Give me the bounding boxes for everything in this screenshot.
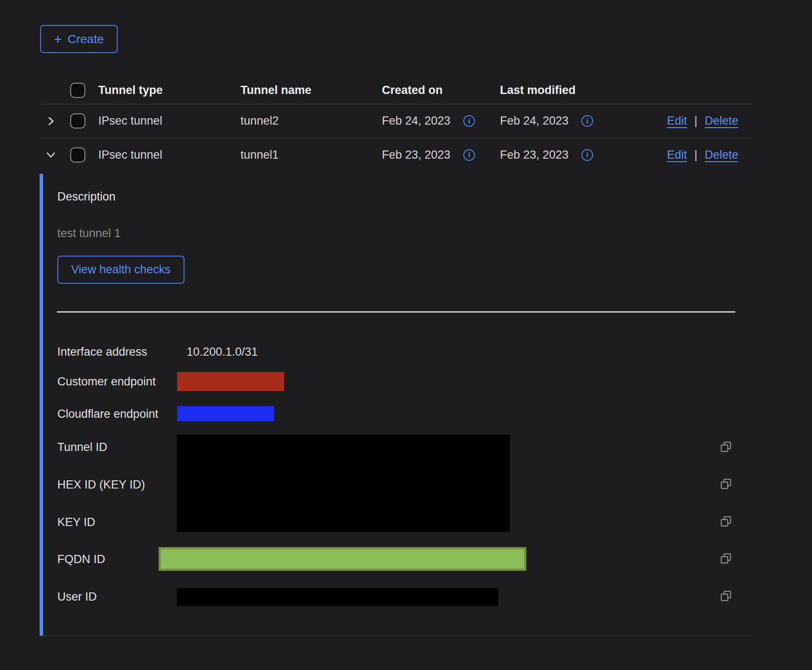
user-id-label: User ID — [57, 590, 97, 604]
delete-link[interactable]: Delete — [705, 114, 738, 128]
info-icon[interactable]: i — [581, 149, 593, 161]
delete-link[interactable]: Delete — [705, 148, 738, 162]
expanded-tunnel-panel: Description test tunnel 1 View health ch… — [40, 174, 752, 636]
hex-id-label: HEX ID (KEY ID) — [57, 478, 145, 492]
description-label: Description — [57, 190, 116, 204]
tunnel-name-cell: tunnel2 — [240, 114, 382, 128]
copy-hex-id-icon[interactable] — [720, 478, 732, 490]
customer-endpoint-label: Customer endpoint — [57, 375, 156, 389]
tunnels-table: Tunnel type Tunnel name Created on Last … — [40, 77, 752, 636]
select-row-checkbox[interactable] — [70, 113, 85, 128]
ids-redaction-block — [177, 435, 510, 532]
column-header-last-modified: Last modified — [500, 84, 642, 97]
tunnel-name-cell: tunnel1 — [240, 148, 382, 162]
select-row-checkbox[interactable] — [70, 147, 85, 163]
chevron-right-icon[interactable] — [45, 115, 57, 127]
created-on-value: Feb 24, 2023 — [382, 114, 450, 128]
copy-user-id-icon[interactable] — [720, 590, 732, 602]
tunnel-type-cell: IPsec tunnel — [98, 148, 240, 162]
table-header-row: Tunnel type Tunnel name Created on Last … — [40, 77, 752, 104]
cloudflare-endpoint-label: Cloudflare endpoint — [57, 407, 158, 421]
info-icon[interactable]: i — [463, 149, 475, 161]
tunnel-id-label: Tunnel ID — [57, 440, 107, 454]
select-all-checkbox[interactable] — [70, 83, 85, 98]
edit-link[interactable]: Edit — [667, 114, 687, 128]
user-id-redaction — [177, 588, 498, 606]
plus-icon: + — [54, 32, 62, 46]
tunnel-row-tunnel1: IPsec tunnel tunnel1 Feb 23, 2023 i Feb … — [40, 138, 752, 172]
key-id-label: KEY ID — [57, 515, 95, 529]
fqdn-id-label: FQDN ID — [57, 552, 105, 567]
copy-key-id-icon[interactable] — [720, 516, 732, 527]
create-button[interactable]: + Create — [40, 25, 118, 53]
interface-address-value: 10.200.1.0/31 — [187, 345, 258, 359]
chevron-down-icon[interactable] — [45, 149, 57, 161]
interface-address-label: Interface address — [57, 345, 147, 359]
action-separator: | — [694, 114, 697, 128]
column-header-created-on: Created on — [382, 84, 500, 97]
info-icon[interactable]: i — [463, 115, 475, 127]
section-divider — [57, 311, 735, 313]
customer-endpoint-redaction — [177, 372, 284, 391]
tunnel-row-tunnel2: IPsec tunnel tunnel2 Feb 24, 2023 i Feb … — [40, 104, 752, 138]
edit-link[interactable]: Edit — [667, 148, 687, 162]
last-modified-value: Feb 24, 2023 — [500, 114, 568, 128]
column-header-tunnel-type: Tunnel type — [98, 84, 240, 97]
view-health-checks-button[interactable]: View health checks — [57, 256, 184, 284]
copy-tunnel-id-icon[interactable] — [720, 441, 732, 453]
tunnel-type-cell: IPsec tunnel — [98, 114, 240, 128]
create-button-label: Create — [68, 32, 104, 46]
action-separator: | — [694, 148, 697, 162]
cloudflare-endpoint-redaction — [177, 406, 274, 421]
created-on-value: Feb 23, 2023 — [382, 148, 450, 162]
column-header-tunnel-name: Tunnel name — [240, 84, 382, 97]
fqdn-id-redaction — [159, 547, 526, 571]
last-modified-value: Feb 23, 2023 — [500, 148, 568, 162]
info-icon[interactable]: i — [581, 115, 593, 127]
description-value: test tunnel 1 — [57, 227, 121, 240]
copy-fqdn-id-icon[interactable] — [720, 553, 732, 564]
